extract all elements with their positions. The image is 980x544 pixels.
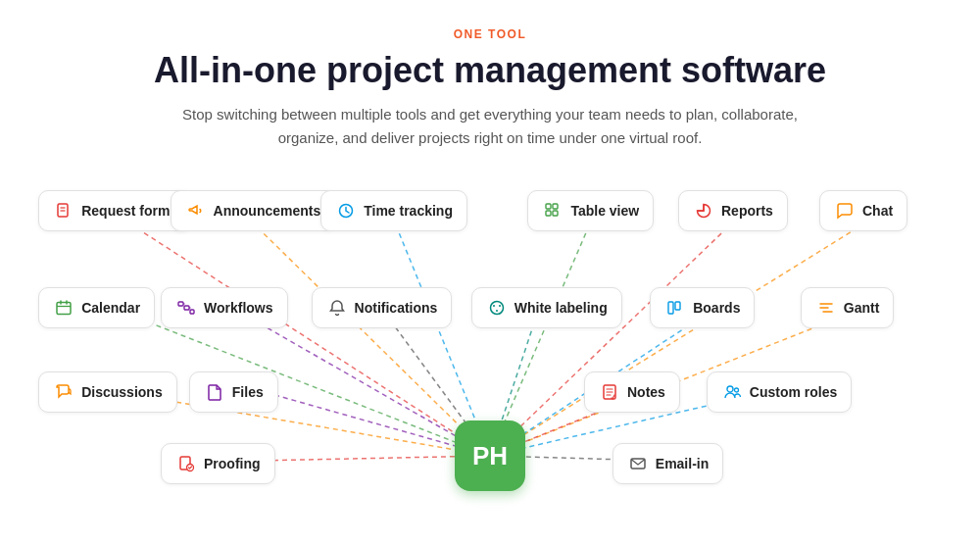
note-icon — [599, 381, 620, 403]
svg-rect-26 — [57, 303, 71, 315]
grid-icon — [542, 200, 564, 222]
feature-label-gantt: Gantt — [844, 300, 880, 316]
feature-card-calendar: Calendar — [38, 287, 155, 328]
gantt-icon — [815, 297, 837, 319]
page: ONE TOOL All-in-one project management s… — [0, 0, 980, 544]
svg-line-5 — [490, 209, 888, 456]
feature-card-request-forms: Request forms — [38, 190, 192, 231]
feature-card-boards: Boards — [650, 287, 755, 328]
calendar-icon — [53, 297, 74, 319]
feature-card-gantt: Gantt — [801, 287, 895, 328]
feature-label-reports: Reports — [721, 203, 773, 219]
feature-card-files: Files — [189, 371, 278, 413]
feature-card-time-tracking: Time tracking — [320, 190, 467, 231]
feature-card-table-view: Table view — [527, 190, 654, 231]
svg-point-36 — [496, 310, 498, 312]
svg-point-35 — [499, 305, 501, 307]
svg-rect-38 — [675, 302, 680, 310]
roles-icon — [721, 381, 743, 403]
board-icon — [664, 297, 686, 319]
feature-label-notifications: Notifications — [355, 300, 438, 316]
feature-label-discussions: Discussions — [81, 384, 162, 400]
feature-card-notes: Notes — [584, 371, 680, 413]
svg-rect-23 — [553, 204, 558, 209]
feature-label-files: Files — [232, 384, 264, 400]
svg-point-34 — [493, 305, 495, 307]
bell-icon — [326, 297, 348, 319]
workflow-icon — [175, 297, 197, 319]
feature-label-custom-roles: Custom roles — [750, 384, 837, 400]
feature-label-time-tracking: Time tracking — [364, 203, 453, 219]
feature-label-notes: Notes — [627, 384, 665, 400]
file-icon — [204, 381, 225, 403]
svg-rect-32 — [190, 310, 194, 314]
email-icon — [627, 453, 649, 474]
discussion-icon — [53, 381, 74, 403]
svg-point-33 — [490, 302, 503, 315]
main-title: All-in-one project management software — [154, 49, 826, 91]
svg-rect-30 — [178, 302, 183, 306]
svg-point-44 — [734, 388, 738, 392]
feature-card-reports: Reports — [678, 190, 788, 231]
chat-icon — [834, 200, 856, 222]
doc-icon — [53, 200, 74, 222]
svg-line-1 — [239, 209, 490, 456]
feature-card-discussions: Discussions — [38, 371, 176, 413]
feature-card-workflows: Workflows — [161, 287, 288, 328]
pie-icon — [693, 200, 714, 222]
feature-label-email-in: Email-in — [656, 456, 709, 471]
feature-label-chat: Chat — [862, 203, 893, 219]
svg-rect-24 — [546, 211, 551, 216]
center-logo: PH — [455, 420, 525, 491]
megaphone-icon — [185, 200, 207, 222]
subtitle: Stop switching between multiple tools an… — [157, 103, 823, 150]
feature-label-boards: Boards — [693, 300, 740, 316]
svg-line-3 — [490, 209, 596, 456]
feature-card-notifications: Notifications — [312, 287, 453, 328]
feature-label-announcements: Announcements — [214, 203, 321, 219]
svg-rect-22 — [546, 204, 551, 209]
svg-line-2 — [389, 209, 490, 456]
svg-rect-25 — [553, 211, 558, 216]
svg-line-4 — [490, 209, 747, 456]
palette-icon — [486, 297, 508, 319]
feature-label-proofing: Proofing — [204, 456, 261, 471]
svg-point-43 — [727, 386, 733, 392]
svg-rect-37 — [668, 302, 673, 314]
feature-label-table-view: Table view — [570, 203, 639, 219]
feature-card-chat: Chat — [819, 190, 907, 231]
feature-card-white-labeling: White labeling — [471, 287, 622, 328]
feature-label-workflows: Workflows — [204, 300, 273, 316]
feature-card-email-in: Email-in — [612, 443, 723, 484]
feature-card-announcements: Announcements — [171, 190, 336, 231]
feature-label-white-labeling: White labeling — [514, 300, 608, 316]
feature-label-request-forms: Request forms — [81, 203, 177, 219]
feature-label-calendar: Calendar — [81, 300, 140, 316]
svg-rect-31 — [184, 306, 189, 310]
features-area: PH Request formsAnnouncementsTime tracki… — [20, 177, 960, 501]
proof-icon — [175, 453, 197, 474]
feature-card-proofing: Proofing — [161, 443, 275, 484]
feature-card-custom-roles: Custom roles — [707, 371, 852, 413]
svg-line-0 — [107, 209, 490, 456]
eyebrow-label: ONE TOOL — [454, 27, 526, 41]
clock-icon — [335, 200, 357, 222]
